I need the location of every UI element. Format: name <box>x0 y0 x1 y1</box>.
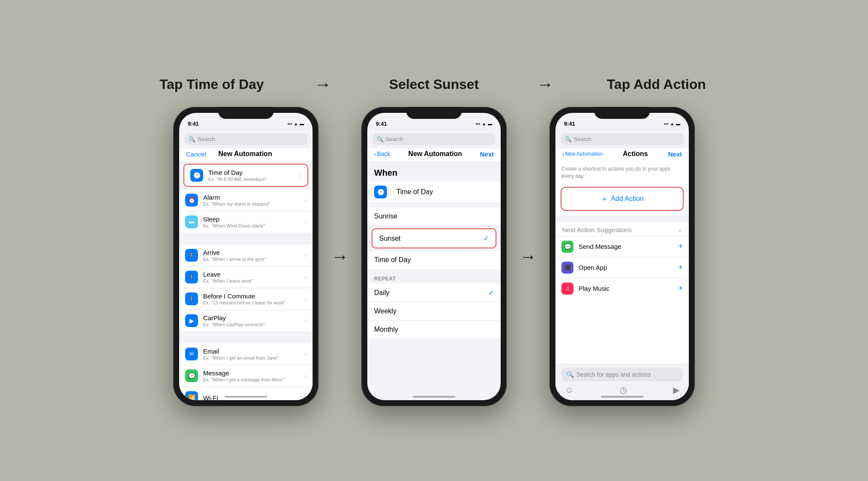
tod-row: 🕐 Time of Day <box>367 181 501 203</box>
email-icon: ✉ <box>185 348 198 360</box>
add-action-button[interactable]: ＋ Add Action <box>561 187 684 211</box>
separator2 <box>179 331 313 343</box>
nav-title-3: Actions <box>623 150 648 158</box>
home-indicator-2 <box>413 396 455 398</box>
arrow1: → <box>301 75 344 94</box>
wifi-icon-item: 📶 <box>185 391 198 400</box>
sunrise-option[interactable]: Sunrise <box>367 207 501 226</box>
open-app-plus[interactable]: + <box>678 263 683 272</box>
open-app-suggestion[interactable]: ⬛ Open App + <box>555 257 689 278</box>
carplay-icon: ▶ <box>185 314 198 327</box>
send-message-suggestion[interactable]: 💬 Send Message + <box>555 236 689 257</box>
status-icons-3: ▪▪▪ ▲ ▬ <box>664 121 680 126</box>
phones-row: 9:41 ▪▪▪ ▲ ▬ 🔍 Search Cancel <box>173 107 695 406</box>
wifi3-icon: ▲ <box>670 121 674 126</box>
arrive-item[interactable]: 🚶 Arrive Ex. "When I arrive at the gym" … <box>179 245 313 266</box>
time-of-day-text: Time of Day Ex. "At 8:00 AM, weekdays" <box>208 169 299 182</box>
alarm-item[interactable]: ⏰ Alarm Ex. "When my alarm is stopped" › <box>179 189 313 211</box>
phone3-body: 9:41 ▪▪▪ ▲ ▬ 🔍 Search ‹ New A <box>549 107 695 406</box>
search-input-icon: 🔍 <box>567 371 574 378</box>
tod-icon-2: 🕐 <box>374 186 387 198</box>
weekly-option[interactable]: Weekly <box>367 302 501 321</box>
nav-title-2: New Automation <box>408 150 462 158</box>
time-options: Sunrise Sunset ✓ Time of Day <box>367 207 501 269</box>
send-message-text: Send Message <box>579 243 678 250</box>
description-text: Create a shortcut to actions you do in y… <box>555 164 689 183</box>
daily-option[interactable]: Daily ✓ <box>367 283 501 302</box>
arrow-between-1: → <box>319 247 361 266</box>
search-icon-1: 🔍 <box>189 136 195 142</box>
phone2-screen: 9:41 ▪▪▪ ▲ ▬ 🔍 Search ‹ Back <box>367 113 501 400</box>
nav-bar-2: ‹ Back New Automation Next <box>367 148 501 161</box>
alarm-chevron: › <box>304 197 307 204</box>
open-app-icon: ⬛ <box>561 262 573 274</box>
play-icon[interactable]: ▶ <box>673 385 679 395</box>
sunset-option-highlighted[interactable]: Sunset ✓ <box>372 228 496 248</box>
time-of-day-option[interactable]: Time of Day <box>367 251 501 269</box>
play-music-text: Play Music <box>579 285 678 292</box>
play-music-icon: ♫ <box>561 283 573 295</box>
cancel-button[interactable]: Cancel <box>186 150 206 158</box>
status-icons-2: ▪▪▪ ▲ ▬ <box>475 121 492 126</box>
status-time-3: 9:41 <box>564 121 575 127</box>
carplay-text: CarPlay Ex. "When CarPlay connects" <box>203 314 304 327</box>
play-music-suggestion[interactable]: ♫ Play Music + <box>555 278 689 299</box>
play-music-plus[interactable]: + <box>678 284 683 293</box>
search-bar-3[interactable]: 🔍 Search <box>561 133 684 145</box>
message-text: Message Ex. "When I get a message from M… <box>203 369 304 382</box>
time-of-day-highlighted[interactable]: 🕐 Time of Day Ex. "At 8:00 AM, weekdays"… <box>183 164 308 187</box>
search-icon-3: 🔍 <box>565 136 572 142</box>
email-item[interactable]: ✉ Email Ex. "When I get an email from Ja… <box>179 343 313 365</box>
time-of-day-icon: 🕐 <box>190 169 203 182</box>
status-time-2: 9:41 <box>376 121 387 127</box>
chevron-icon: › <box>299 172 301 179</box>
search-icon-2: 🔍 <box>377 136 384 142</box>
tod-label: Time of Day <box>396 188 433 196</box>
next-button-3[interactable]: Next <box>668 150 682 158</box>
leave-text: Leave Ex. "When I leave work" <box>203 271 304 283</box>
suggestions-chevron-icon[interactable]: ⌄ <box>678 227 682 233</box>
back-button-2[interactable]: ‹ Back <box>374 150 390 157</box>
wifi-icon: ▲ <box>294 121 298 126</box>
nav-title-1: New Automation <box>218 150 272 158</box>
alarm-icon: ⏰ <box>185 194 198 207</box>
wifi-item[interactable]: 📶 Wi-Fi › <box>179 387 313 400</box>
step1-label: Tap Time of Day <box>122 77 301 92</box>
sep-c <box>555 216 689 222</box>
search-label-2: Search <box>386 136 403 142</box>
message-item[interactable]: 💬 Message Ex. "When I get a message from… <box>179 365 313 387</box>
wifi2-icon: ▲ <box>482 121 486 126</box>
back-button-3[interactable]: ‹ New Automation <box>562 150 602 157</box>
search-bar-2[interactable]: 🔍 Search <box>372 133 496 145</box>
notch2 <box>406 107 462 119</box>
battery3-icon: ▬ <box>676 121 680 126</box>
email-text: Email Ex. "When I get an email from Jane… <box>203 348 304 360</box>
next-button-2[interactable]: Next <box>480 150 494 158</box>
sunset-check: ✓ <box>483 234 489 242</box>
clock-icon[interactable]: ◷ <box>620 385 627 395</box>
send-message-plus[interactable]: + <box>678 242 683 251</box>
sleep-item[interactable]: 🛏 Sleep Ex. "When Wind Down starts" › <box>179 211 313 233</box>
sunset-option[interactable]: Sunset ✓ <box>372 229 496 248</box>
search-label-1: Search <box>198 136 215 142</box>
step3-label: Tap Add Action <box>567 77 746 92</box>
automation-list: 🕐 Time of Day Ex. "At 8:00 AM, weekdays"… <box>179 161 313 400</box>
monthly-option[interactable]: Monthly <box>367 321 501 339</box>
notch3 <box>594 107 650 119</box>
when-title: When <box>374 168 494 178</box>
commute-icon: 🚶 <box>185 292 198 305</box>
carplay-item[interactable]: ▶ CarPlay Ex. "When CarPlay connects" › <box>179 310 313 331</box>
emoji-icon[interactable]: ☺ <box>565 385 573 395</box>
bottom-bar-3: 🔍 Search for apps and actions ☺ ◷ ▶ <box>555 364 689 400</box>
separator1 <box>179 233 313 245</box>
send-message-icon: 💬 <box>561 241 573 253</box>
signal2-icon: ▪▪▪ <box>475 121 480 126</box>
leave-item[interactable]: 🚶 Leave Ex. "When I leave work" › <box>179 266 313 288</box>
search-bar-1[interactable]: 🔍 Search <box>184 133 307 145</box>
search-input-bar[interactable]: 🔍 Search for apps and actions <box>561 368 683 381</box>
repeat-label: REPEAT <box>367 273 501 283</box>
when-section: When <box>367 161 501 181</box>
commute-item[interactable]: 🚶 Before I Commute Ex. "15 minutes befor… <box>179 288 313 310</box>
search-label-3: Search <box>574 136 591 142</box>
nav-bar-1: Cancel New Automation <box>179 148 313 161</box>
